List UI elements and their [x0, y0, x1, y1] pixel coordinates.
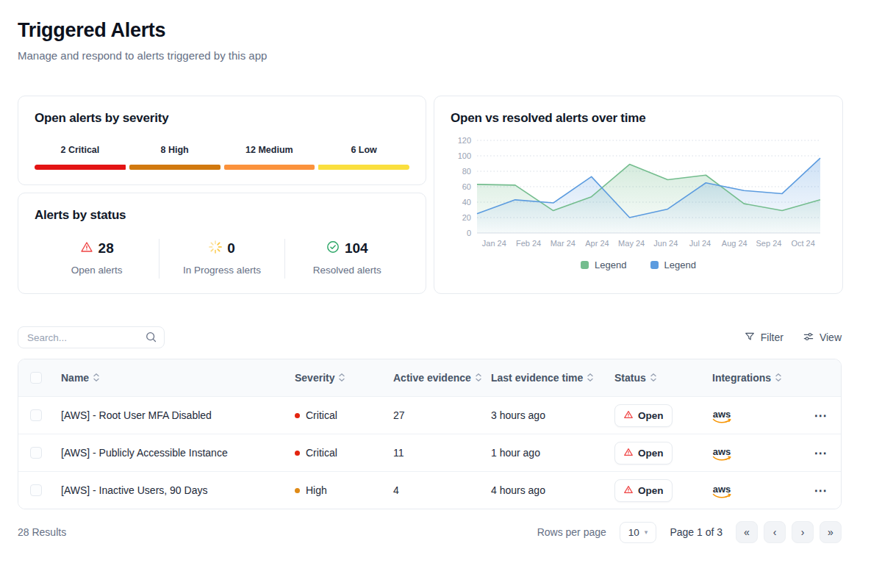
column-header-status[interactable]: Status: [614, 372, 712, 384]
chart-card: Open vs resolved alerts over time 020406…: [434, 96, 843, 294]
warning-triangle-icon: [623, 447, 634, 459]
column-header-name[interactable]: Name: [61, 372, 295, 384]
table-header-row: Name Severity Active evidence Last evide…: [18, 359, 841, 396]
severity-segment-critical: 2 Critical: [35, 145, 126, 170]
column-header-last-evidence-time[interactable]: Last evidence time: [491, 372, 614, 384]
page: Triggered Alerts Manage and respond to a…: [0, 0, 882, 561]
sort-icon: [775, 372, 781, 384]
severity-segment-bar: [224, 165, 315, 170]
legend-label: Legend: [664, 259, 696, 270]
svg-text:0: 0: [467, 229, 471, 237]
svg-text:Aug 24: Aug 24: [722, 239, 747, 248]
legend-swatch-blue: [650, 261, 659, 269]
in-progress-alerts-label: In Progress alerts: [159, 265, 284, 276]
row-menu-button[interactable]: ⋯: [814, 408, 827, 423]
sort-icon: [587, 372, 593, 384]
row-checkbox[interactable]: [30, 409, 42, 421]
page-title: Triggered Alerts: [18, 19, 842, 42]
severity-dot: [295, 488, 300, 493]
svg-text:Apr 24: Apr 24: [585, 239, 609, 248]
svg-text:Mar 24: Mar 24: [551, 239, 576, 248]
page-subtitle: Manage and respond to alerts triggered b…: [18, 49, 842, 62]
select-all-checkbox[interactable]: [30, 372, 42, 384]
table-footer: 28 Results Rows per page 10 ▾ Page 1 of …: [18, 521, 842, 543]
svg-text:80: 80: [462, 167, 471, 176]
rows-per-page-select[interactable]: 10 ▾: [620, 522, 657, 543]
sort-icon: [339, 372, 345, 384]
svg-text:Sep 24: Sep 24: [756, 239, 782, 248]
chart-legend: Legend Legend: [451, 259, 826, 270]
sort-icon: [476, 372, 481, 384]
severity-card: Open alerts by severity 2 Critical 8 Hig…: [18, 96, 426, 185]
severity-dot: [295, 451, 300, 456]
chevron-down-icon: ▾: [645, 528, 648, 536]
severity-segment-low: 6 Low: [318, 145, 409, 170]
alerts-over-time-chart: 020406080100120Jan 24Feb 24Mar 24Apr 24M…: [451, 136, 826, 252]
severity-cell: High: [295, 484, 393, 496]
table-row[interactable]: [AWS] - Root User MFA Disabled Critical …: [18, 396, 841, 434]
legend-item-resolved: Legend: [650, 259, 696, 270]
left-cards-column: Open alerts by severity 2 Critical 8 Hig…: [18, 96, 426, 294]
legend-item-open: Legend: [581, 259, 626, 270]
search-input[interactable]: [18, 326, 165, 348]
row-checkbox[interactable]: [30, 484, 42, 496]
aws-integration-logo: aws: [712, 409, 731, 424]
active-evidence-cell: 4: [393, 484, 491, 496]
filter-button[interactable]: Filter: [744, 331, 784, 345]
in-progress-alerts-count: 0: [227, 240, 235, 257]
alert-name: [AWS] - Publicly Accessible Instance: [61, 447, 295, 459]
previous-page-button[interactable]: ‹: [764, 521, 786, 543]
table-toolbar: Filter View: [18, 326, 842, 348]
row-menu-button[interactable]: ⋯: [814, 445, 827, 461]
status-item-resolved: 104 Resolved alerts: [284, 239, 409, 279]
status-badge: Open: [614, 404, 673, 427]
row-checkbox[interactable]: [30, 447, 42, 459]
aws-integration-logo: aws: [712, 447, 731, 462]
resolved-alerts-count: 104: [345, 240, 368, 257]
status-card: Alerts by status 28 Open alerts: [18, 193, 426, 294]
svg-text:Jun 24: Jun 24: [653, 239, 678, 248]
severity-segment-bar: [129, 165, 220, 170]
warning-triangle-icon: [623, 409, 634, 422]
results-count: 28 Results: [18, 526, 66, 538]
view-button[interactable]: View: [803, 331, 842, 345]
active-evidence-cell: 11: [393, 447, 491, 459]
svg-text:120: 120: [458, 136, 471, 145]
column-header-severity[interactable]: Severity: [295, 372, 393, 384]
status-badge: Open: [614, 442, 673, 465]
column-header-active-evidence[interactable]: Active evidence: [393, 372, 491, 384]
next-page-button[interactable]: ›: [792, 521, 814, 543]
open-alerts-label: Open alerts: [35, 265, 159, 276]
svg-text:Oct 24: Oct 24: [791, 239, 814, 248]
severity-segment-bar: [35, 165, 126, 170]
svg-text:May 24: May 24: [618, 239, 645, 248]
svg-text:Feb 24: Feb 24: [516, 239, 541, 248]
rows-per-page-label: Rows per page: [537, 526, 606, 538]
severity-segment-high: 8 High: [129, 145, 220, 170]
status-item-open: 28 Open alerts: [35, 239, 159, 279]
filter-funnel-icon: [744, 331, 756, 345]
severity-cell: Critical: [295, 447, 393, 459]
column-header-integrations[interactable]: Integrations: [712, 372, 800, 384]
svg-text:100: 100: [458, 151, 471, 160]
resolved-alerts-label: Resolved alerts: [285, 265, 409, 276]
table-row[interactable]: [AWS] - Inactive Users, 90 Days High 4 4…: [18, 471, 841, 509]
sort-icon: [650, 372, 656, 384]
svg-text:Jul 24: Jul 24: [689, 239, 711, 248]
status-item-in-progress: 0 In Progress alerts: [159, 239, 284, 279]
row-menu-button[interactable]: ⋯: [814, 483, 827, 498]
warning-triangle-icon: [623, 484, 634, 497]
search-icon: [145, 331, 157, 346]
table-row[interactable]: [AWS] - Publicly Accessible Instance Cri…: [18, 434, 841, 471]
severity-segment-label: 12 Medium: [224, 145, 315, 155]
last-page-button[interactable]: »: [820, 521, 842, 543]
last-evidence-time-cell: 3 hours ago: [491, 409, 614, 421]
warning-triangle-icon: [80, 240, 93, 257]
severity-segment-label: 8 High: [129, 145, 220, 155]
aws-integration-logo: aws: [712, 484, 731, 499]
page-buttons: « ‹ › »: [736, 521, 842, 543]
first-page-button[interactable]: «: [736, 521, 758, 543]
last-evidence-time-cell: 4 hours ago: [491, 484, 614, 496]
chart-card-title: Open vs resolved alerts over time: [451, 111, 826, 126]
severity-card-title: Open alerts by severity: [35, 111, 409, 126]
